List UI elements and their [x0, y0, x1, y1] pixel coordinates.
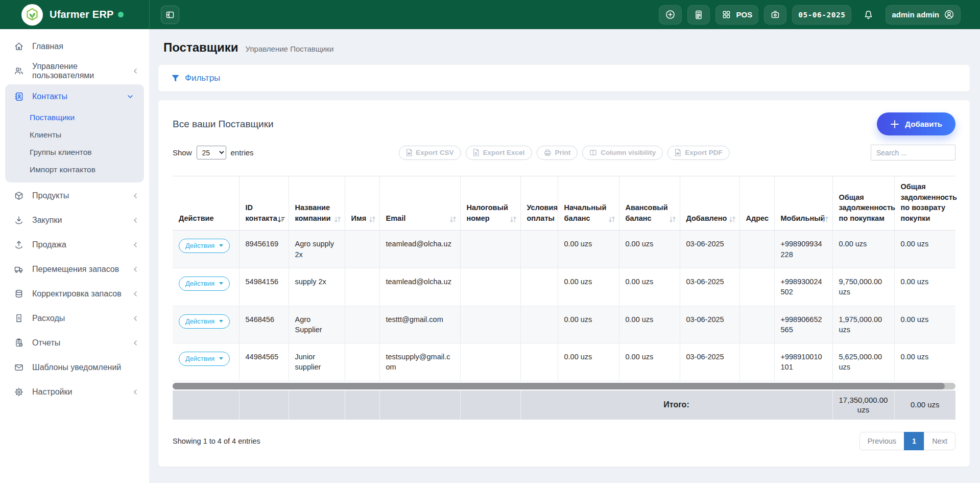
button-label: Export CSV: [416, 149, 453, 156]
cell-email: teamlead@olcha.uz: [379, 231, 460, 268]
user-menu-button[interactable]: admin admin: [886, 5, 961, 25]
col-mobile[interactable]: Мобильный: [774, 176, 832, 231]
pagination-previous-button[interactable]: Previous: [859, 432, 904, 450]
sidebar-item-products[interactable]: Продукты: [0, 183, 149, 208]
file-excel-icon: [473, 149, 480, 156]
suppliers-table: Действие ID контакта Название компании И…: [173, 176, 955, 381]
mail-icon: [13, 362, 25, 373]
export-csv-button[interactable]: Export CSV: [398, 146, 461, 160]
sidebar-subitem-suppliers[interactable]: Поставщики: [5, 109, 144, 126]
sidebar-item-notification-templates[interactable]: Шаблоны уведомлений: [0, 355, 149, 380]
col-total-purchase-return-due: Общая задолженность по возврату покупки: [894, 176, 955, 231]
sidebar-subitem-customers[interactable]: Клиенты: [5, 126, 144, 144]
upload-icon: [13, 239, 25, 250]
cell-opening-balance: 0.00 uzs: [558, 306, 619, 343]
row-actions-button[interactable]: Действия: [179, 277, 230, 291]
row-actions-button[interactable]: Действия: [179, 239, 230, 253]
brand-name: Ufarmer ERP: [50, 9, 114, 20]
page-title: Поставщики: [163, 40, 238, 55]
cell-company: Agro Supplier: [289, 306, 345, 343]
col-contact-id[interactable]: ID контакта: [239, 176, 289, 231]
page-size-select[interactable]: 25: [197, 146, 226, 159]
totals-purchase-due: 17,350,000.00 uzs: [832, 390, 894, 420]
notifications-button[interactable]: [857, 5, 880, 25]
row-actions-button[interactable]: Действия: [179, 352, 230, 366]
table-row: Действия 44984565 Junior supplier testsu…: [173, 343, 955, 381]
cell-tax-number: [460, 268, 520, 306]
sidebar-subitem-import-contacts[interactable]: Импорт контактов: [5, 161, 144, 178]
cell-added: 03-06-2025: [680, 343, 739, 381]
sidebar-item-home[interactable]: Главная: [0, 34, 149, 59]
cell-opening-balance: 0.00 uzs: [558, 231, 619, 268]
col-company[interactable]: Название компании: [289, 176, 345, 231]
col-advance-balance[interactable]: Авансовый баланс: [619, 176, 680, 231]
export-pdf-button[interactable]: Export PDF: [667, 146, 730, 160]
main-content: Поставщики Управление Поставщики Фильтры…: [149, 29, 980, 483]
table-header-row: Действие ID контакта Название компании И…: [173, 176, 955, 231]
cell-mobile: +998909934228: [774, 231, 832, 268]
calculator-icon: [694, 10, 704, 20]
print-button[interactable]: Print: [536, 146, 578, 160]
sidebar-item-expenses[interactable]: $ Расходы: [0, 306, 149, 331]
col-name[interactable]: Имя: [345, 176, 379, 231]
horizontal-scrollbar[interactable]: [173, 383, 955, 389]
cash-register-button[interactable]: [764, 5, 786, 25]
sidebar-item-label: Продукты: [32, 191, 69, 200]
column-visibility-button[interactable]: Column visibility: [582, 146, 663, 160]
col-total-purchase-due: Общая задолженность по покупкам: [832, 176, 894, 231]
pagination: Previous 1 Next: [859, 432, 955, 450]
sidebar-item-sales[interactable]: Продажа: [0, 233, 149, 257]
cell-mobile: +998910010101: [774, 343, 832, 381]
col-address: Адрес: [739, 176, 774, 231]
sidebar-item-contacts[interactable]: Контакты: [5, 84, 144, 109]
cell-contact-id: 44984565: [239, 343, 289, 381]
col-opening-balance[interactable]: Начальный баланс: [558, 176, 619, 231]
sidebar-item-stock-transfers[interactable]: Перемещения запасов: [0, 257, 149, 282]
quick-add-button[interactable]: [659, 5, 682, 25]
panel-title: Все ваши Поставщики: [173, 119, 274, 130]
column-label: Налоговый номер: [467, 203, 508, 222]
table-row: Действия 54984156 supply 2x teamlead@olc…: [173, 268, 955, 306]
caret-down-icon: [219, 357, 223, 360]
sidebar-item-user-management[interactable]: Управление пользователями: [0, 59, 149, 83]
sidebar-item-label: Перемещения запасов: [32, 265, 119, 274]
cell-email: testtt@gmail.com: [379, 306, 460, 343]
totals-empty-cell: [345, 390, 379, 420]
chevron-left-icon: [132, 192, 139, 199]
chevron-down-icon: [127, 93, 134, 100]
cell-name: [345, 231, 379, 268]
totals-label: Итого:: [520, 390, 832, 420]
pagination-next-button[interactable]: Next: [924, 432, 955, 450]
sidebar-subitem-customer-groups[interactable]: Группы клиентов: [5, 144, 144, 161]
clipboard-clock-icon: [13, 337, 25, 349]
export-excel-button[interactable]: Export Excel: [466, 146, 532, 160]
cell-mobile: +998930024502: [774, 268, 832, 306]
row-actions-button[interactable]: Действия: [179, 314, 230, 329]
chevron-left-icon: [132, 217, 139, 224]
cell-total-purchase-return-due: 0.00 uzs: [894, 231, 955, 268]
cell-total-purchase-due: 9,750,000.00 uzs: [832, 268, 894, 306]
cell-opening-balance: 0.00 uzs: [558, 268, 619, 306]
date-button[interactable]: 05-06-2025: [792, 5, 851, 25]
sidebar-item-settings[interactable]: Настройки: [0, 380, 149, 404]
calculator-button[interactable]: [687, 5, 710, 25]
col-added[interactable]: Добавлено: [680, 176, 739, 231]
cell-total-purchase-return-due: 0.00 uzs: [894, 306, 955, 343]
sidebar-item-stock-adjustments[interactable]: Корректировка запасов: [0, 282, 149, 306]
cell-tax-number: [460, 343, 520, 381]
sidebar-item-reports[interactable]: Отчеты: [0, 331, 149, 355]
cell-total-purchase-due: 5,625,000.00 uzs: [832, 343, 894, 381]
col-email[interactable]: Email: [379, 176, 460, 231]
sort-icon: [510, 216, 517, 223]
sort-desc-active-icon: [277, 216, 285, 223]
sidebar-item-label: Закупки: [32, 216, 62, 225]
pagination-page-1-button[interactable]: 1: [904, 432, 924, 450]
scrollbar-thumb[interactable]: [173, 383, 945, 389]
sidebar-collapse-button[interactable]: [161, 6, 179, 24]
sidebar-item-purchases[interactable]: Закупки: [0, 208, 149, 233]
col-tax-number[interactable]: Налоговый номер: [460, 176, 520, 231]
add-supplier-button[interactable]: Добавить: [877, 112, 955, 135]
pos-button[interactable]: POS: [715, 5, 758, 25]
filters-panel[interactable]: Фильтры: [158, 65, 970, 91]
search-input[interactable]: [871, 145, 955, 160]
